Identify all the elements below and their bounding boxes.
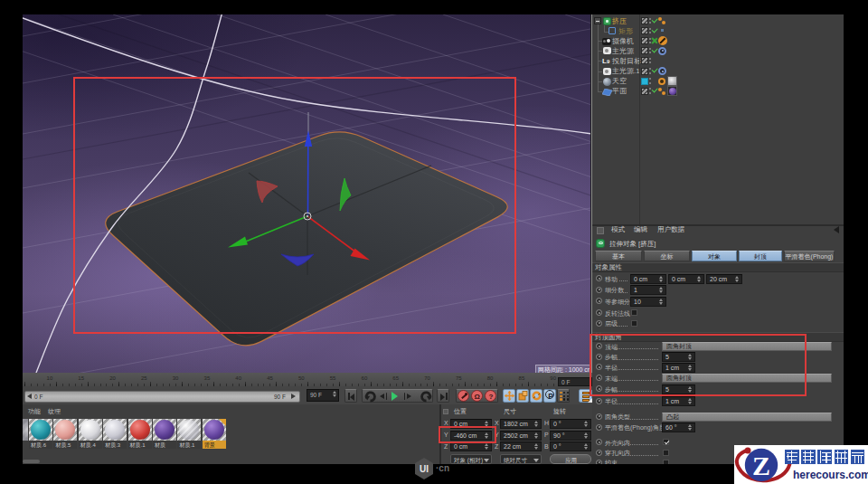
svg-text:Z: Z — [752, 451, 770, 480]
svg-text:UI: UI — [420, 464, 429, 474]
